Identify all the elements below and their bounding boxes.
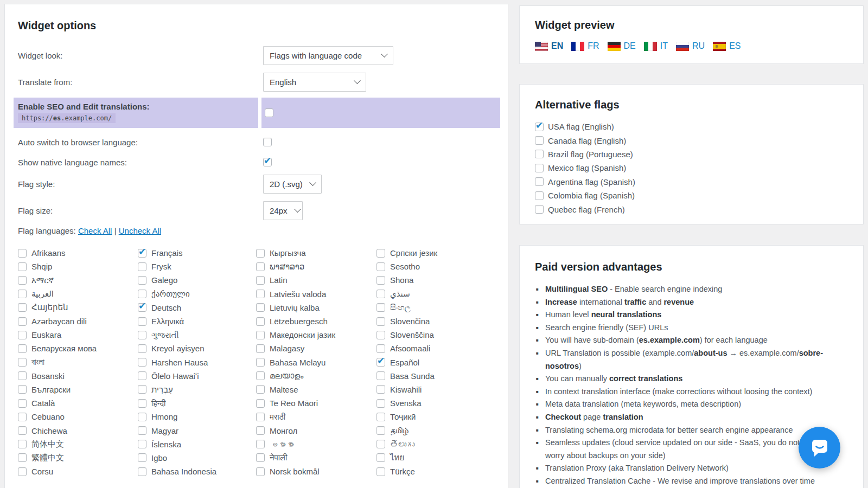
language-option[interactable]: తెలుగు	[376, 438, 501, 451]
language-option[interactable]: தமிழ்	[376, 423, 501, 437]
language-option[interactable]: Magyar	[138, 423, 256, 437]
language-checkbox[interactable]	[18, 276, 27, 285]
language-checkbox[interactable]	[376, 440, 385, 448]
language-option[interactable]: Corsu	[18, 465, 138, 478]
language-checkbox[interactable]	[376, 303, 385, 312]
language-option[interactable]: العربية	[18, 287, 138, 301]
language-checkbox[interactable]	[18, 413, 27, 421]
language-checkbox[interactable]	[18, 440, 27, 448]
language-option[interactable]: Afrikaans	[18, 246, 138, 260]
language-option[interactable]: አማርኛ	[18, 273, 138, 287]
alternative-flag-option[interactable]: Colombia flag (Spanish)	[535, 189, 848, 202]
language-option[interactable]: Frysk	[138, 260, 256, 273]
alternative-flag-checkbox[interactable]	[535, 164, 544, 172]
alternative-flag-checkbox[interactable]	[535, 150, 544, 158]
alternative-flag-option[interactable]: Canada flag (English)	[535, 133, 848, 147]
language-option[interactable]: Slovenčina	[376, 314, 501, 328]
preview-language[interactable]: ES	[713, 41, 741, 51]
language-option[interactable]: हिन्दी	[138, 396, 256, 410]
language-checkbox[interactable]	[18, 262, 27, 271]
uncheck-all-link[interactable]: Uncheck All	[119, 226, 161, 235]
language-option[interactable]: Српски језик	[376, 246, 501, 260]
language-option[interactable]: Español	[376, 356, 501, 369]
language-option[interactable]: Slovenščina	[376, 328, 501, 342]
check-all-link[interactable]: Check All	[78, 226, 112, 235]
language-option[interactable]: Монгол	[256, 423, 376, 437]
language-option[interactable]: Latin	[256, 273, 376, 287]
language-option[interactable]: ພາສາລາວ	[256, 260, 376, 273]
language-checkbox[interactable]	[376, 399, 385, 408]
language-option[interactable]: Chichewa	[18, 423, 138, 437]
language-option[interactable]: Azərbaycan dili	[18, 314, 138, 328]
language-option[interactable]: Svenska	[376, 396, 501, 410]
language-checkbox[interactable]	[376, 358, 385, 367]
language-checkbox[interactable]	[256, 331, 265, 339]
language-checkbox[interactable]	[376, 317, 385, 326]
language-checkbox[interactable]	[256, 317, 265, 326]
language-checkbox[interactable]	[138, 467, 146, 476]
language-option[interactable]: Кыргызча	[256, 246, 376, 260]
language-option[interactable]: Harshen Hausa	[138, 356, 256, 369]
language-option[interactable]: Bahasa Indonesia	[138, 465, 256, 478]
language-option[interactable]: עִבְרִית	[138, 383, 256, 396]
language-option[interactable]: ไทย	[376, 451, 501, 465]
language-option[interactable]: മലയാളം	[256, 369, 376, 383]
language-option[interactable]: Íslenska	[138, 438, 256, 451]
language-option[interactable]: සිංහල	[376, 301, 501, 314]
language-option[interactable]: Bosanski	[18, 369, 138, 383]
language-checkbox[interactable]	[138, 453, 146, 462]
alternative-flag-checkbox[interactable]	[535, 123, 544, 131]
language-option[interactable]: 繁體中文	[18, 451, 138, 465]
language-checkbox[interactable]	[138, 440, 146, 448]
language-checkbox[interactable]	[256, 262, 265, 271]
language-checkbox[interactable]	[18, 426, 27, 435]
language-option[interactable]: ગુજરાતી	[138, 328, 256, 342]
language-option[interactable]: Deutsch	[138, 301, 256, 314]
language-option[interactable]: Македонски јазик	[256, 328, 376, 342]
language-checkbox[interactable]	[376, 276, 385, 285]
language-checkbox[interactable]	[18, 249, 27, 258]
language-option[interactable]: मराठी	[256, 410, 376, 423]
language-option[interactable]: Български	[18, 383, 138, 396]
language-option[interactable]: Te Reo Māori	[256, 396, 376, 410]
language-checkbox[interactable]	[256, 276, 265, 285]
language-option[interactable]: Shona	[376, 273, 501, 287]
language-checkbox[interactable]	[138, 262, 146, 271]
language-option[interactable]: Հայերեն	[18, 301, 138, 314]
language-option[interactable]: Hmong	[138, 410, 256, 423]
language-checkbox[interactable]	[138, 426, 146, 435]
flag-size-select[interactable]: 24px	[263, 201, 303, 220]
language-checkbox[interactable]	[376, 371, 385, 380]
language-checkbox[interactable]	[18, 317, 27, 326]
alternative-flag-option[interactable]: Mexico flag (Spanish)	[535, 161, 848, 175]
language-checkbox[interactable]	[256, 303, 265, 312]
language-option[interactable]: Cebuano	[18, 410, 138, 423]
language-option[interactable]: Français	[138, 246, 256, 260]
language-option[interactable]: Беларуская мова	[18, 342, 138, 355]
enable-seo-checkbox[interactable]	[265, 108, 273, 117]
language-option[interactable]: Sesotho	[376, 260, 501, 273]
language-checkbox[interactable]	[18, 344, 27, 353]
language-option[interactable]: Lietuvių kalba	[256, 301, 376, 314]
language-option[interactable]: Galego	[138, 273, 256, 287]
language-checkbox[interactable]	[256, 413, 265, 421]
alternative-flag-option[interactable]: Brazil flag (Portuguese)	[535, 147, 848, 161]
language-checkbox[interactable]	[376, 262, 385, 271]
preview-language[interactable]: FR	[571, 41, 599, 51]
alternative-flag-option[interactable]: Argentina flag (Spanish)	[535, 175, 848, 189]
language-checkbox[interactable]	[138, 344, 146, 353]
language-checkbox[interactable]	[138, 303, 146, 312]
language-checkbox[interactable]	[256, 371, 265, 380]
language-checkbox[interactable]	[18, 467, 27, 476]
language-checkbox[interactable]	[256, 344, 265, 353]
language-checkbox[interactable]	[138, 276, 146, 285]
language-option[interactable]: Norsk bokmål	[256, 465, 376, 478]
translate-from-select[interactable]: English	[263, 73, 366, 92]
language-checkbox[interactable]	[138, 331, 146, 339]
language-option[interactable]: Català	[18, 396, 138, 410]
language-checkbox[interactable]	[256, 290, 265, 298]
language-checkbox[interactable]	[18, 331, 27, 339]
language-checkbox[interactable]	[138, 317, 146, 326]
language-checkbox[interactable]	[256, 358, 265, 367]
language-checkbox[interactable]	[138, 290, 146, 298]
